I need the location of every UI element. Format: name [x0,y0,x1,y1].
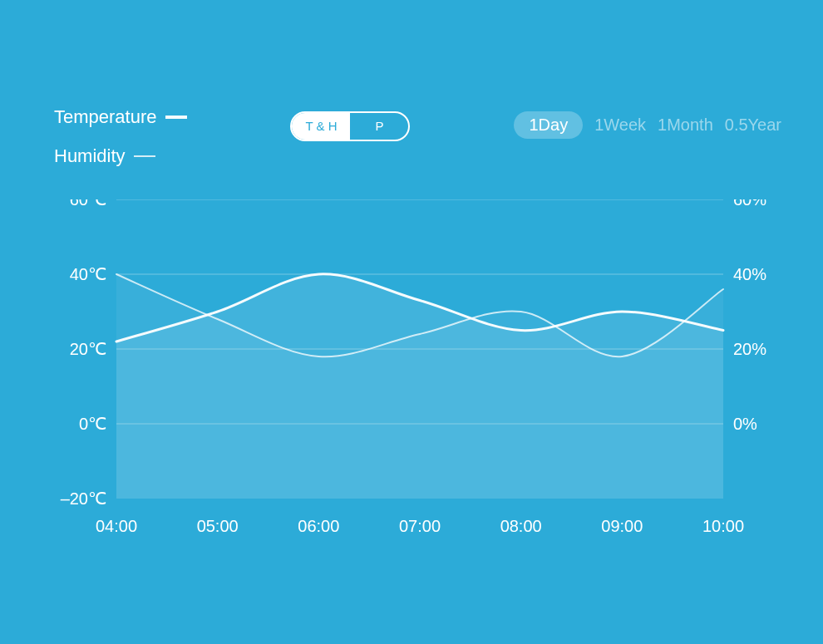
chart-svg: 60℃40℃20℃0℃–20℃60%40%20%0%04:0005:0006:0… [50,199,781,557]
range-1week[interactable]: 1Week [594,116,646,135]
mode-toggle[interactable]: T & H P [290,111,410,141]
header-controls: Temperature Humidity T & H P 1Day 1Week … [54,108,781,186]
x-tick: 04:00 [96,517,137,535]
x-tick: 07:00 [399,517,441,535]
y-right-tick: 20% [733,340,766,358]
x-tick: 05:00 [197,517,239,535]
range-1day[interactable]: 1Day [514,111,583,139]
range-group: 1Day 1Week 1Month 0.5Year [514,111,781,139]
y-right-tick: 40% [733,265,766,283]
y-right-tick: 0% [733,415,757,433]
x-tick: 10:00 [702,517,744,535]
legend-humidity-label: Humidity [54,147,126,165]
mode-th[interactable]: T & H [292,113,350,140]
x-tick: 06:00 [298,517,339,535]
legend-temperature-label: Temperature [54,108,157,126]
x-tick: 09:00 [601,517,643,535]
legend-temperature-swatch [165,116,187,119]
chart: 60℃40℃20℃0℃–20℃60%40%20%0%04:0005:0006:0… [50,199,781,561]
range-1month[interactable]: 1Month [658,116,713,135]
y-left-tick: 0℃ [79,415,106,433]
x-tick: 08:00 [500,517,542,535]
legend-humidity: Humidity [54,147,187,165]
legend: Temperature Humidity [54,108,187,186]
y-left-tick: 20℃ [70,340,106,358]
legend-temperature: Temperature [54,108,187,126]
y-left-tick: 40℃ [70,265,106,283]
y-left-tick: –20℃ [61,489,106,508]
y-right-tick: 60% [733,199,766,209]
y-left-tick: 60℃ [70,199,106,209]
mode-p[interactable]: P [350,113,408,140]
range-05year[interactable]: 0.5Year [725,116,781,135]
legend-humidity-swatch [134,155,155,157]
